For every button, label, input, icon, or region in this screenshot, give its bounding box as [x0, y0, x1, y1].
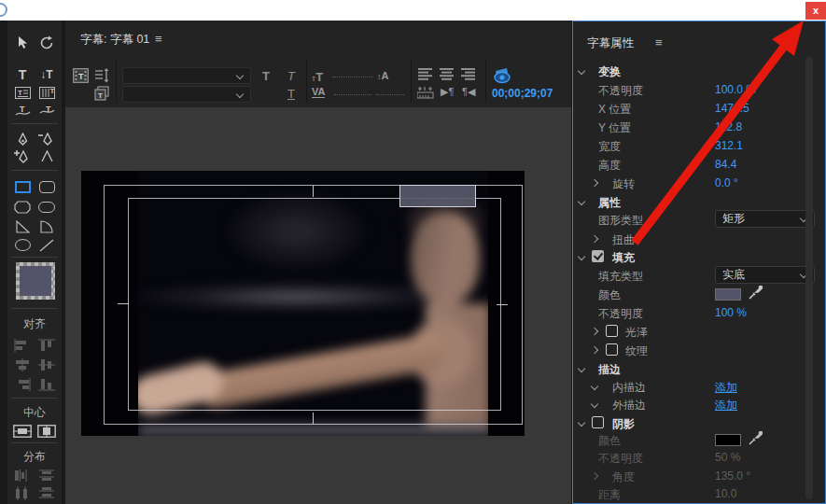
inner-stroke-add-link[interactable]: 添加	[715, 380, 737, 396]
panel-tab-title[interactable]: 字幕: 字幕 01	[80, 32, 149, 48]
opacity-value[interactable]: 100.0 %	[715, 83, 756, 96]
round-corner-rectangle-tool-icon[interactable]	[36, 198, 57, 216]
section-transform[interactable]: 变换	[573, 64, 825, 79]
templates-icon[interactable]: T	[94, 86, 111, 101]
sheen-checkbox[interactable]	[606, 325, 618, 337]
width-value[interactable]: 312.1	[715, 139, 743, 152]
section-attributes[interactable]: 属性	[573, 195, 825, 210]
y-position-value[interactable]: 112.8	[715, 120, 742, 133]
align-text-left-button[interactable]	[418, 68, 433, 80]
shadow-color-chip[interactable]	[715, 434, 741, 446]
row-sheen[interactable]: 光泽	[573, 325, 825, 340]
align-left-button[interactable]	[12, 336, 33, 354]
texture-checkbox[interactable]	[606, 343, 618, 356]
outer-stroke-add-link[interactable]: 添加	[715, 398, 737, 413]
distribute-bottom-button[interactable]	[36, 484, 57, 502]
arc-tool-icon[interactable]	[36, 217, 57, 235]
align-right-button[interactable]	[12, 375, 33, 393]
row-texture[interactable]: 纹理	[573, 343, 825, 358]
paragraph-ltr-icon[interactable]: ▶¶	[441, 86, 454, 98]
font-size-field[interactable]	[332, 77, 373, 77]
align-bottom-button[interactable]	[36, 375, 57, 393]
fill-color-chip[interactable]	[715, 288, 741, 301]
svg-text:T: T	[78, 72, 84, 81]
font-size-icon[interactable]: тT	[312, 68, 323, 85]
vertical-area-type-tool-icon[interactable]: T	[36, 84, 57, 102]
align-text-center-button[interactable]	[440, 68, 455, 80]
distribute-vertical-center-button[interactable]	[12, 484, 33, 502]
row-inner-stroke[interactable]: 内描边 添加	[573, 380, 825, 395]
shadow-checkbox[interactable]	[592, 416, 604, 428]
chevron-down-icon	[578, 198, 585, 205]
properties-menu-icon[interactable]: ≡	[655, 35, 663, 49]
vertical-path-type-tool-icon[interactable]: T	[36, 102, 57, 119]
center-horizontal-button[interactable]	[12, 422, 33, 440]
line-tool-icon[interactable]	[36, 236, 57, 254]
convert-anchor-tool-icon[interactable]	[36, 147, 57, 165]
row-outer-stroke[interactable]: 外描边 添加	[573, 398, 825, 413]
path-type-tool-icon[interactable]: T	[12, 102, 33, 119]
pen-tool-icon[interactable]	[12, 131, 33, 148]
row-rotation[interactable]: 旋转 0.0 °	[573, 176, 825, 191]
row-shadow-distance: 距离 10.0	[573, 487, 825, 502]
paragraph-rtl-icon[interactable]: ¶◀	[462, 86, 475, 98]
area-type-tool-icon[interactable]: T	[12, 84, 33, 102]
align-text-right-button[interactable]	[461, 68, 476, 80]
center-vertical-button[interactable]	[36, 422, 57, 440]
panel-menu-icon[interactable]: ≡	[155, 32, 162, 46]
chevron-right-icon	[591, 472, 598, 480]
selected-rectangle-object[interactable]	[399, 185, 476, 207]
svg-text:T: T	[18, 89, 22, 97]
row-distort[interactable]: 扭曲	[573, 232, 825, 247]
fill-color-swatch[interactable]	[16, 262, 55, 300]
clipped-corner-rectangle-tool-icon[interactable]	[12, 198, 33, 216]
fill-opacity-value[interactable]: 100 %	[715, 306, 747, 319]
align-top-button[interactable]	[36, 336, 57, 354]
wedge-tool-icon[interactable]	[12, 217, 33, 235]
fill-type-select[interactable]: 实底	[715, 266, 815, 284]
add-anchor-tool-icon[interactable]	[12, 147, 33, 165]
kerning-field[interactable]	[334, 94, 371, 95]
graphic-type-select[interactable]: 矩形	[715, 210, 815, 228]
close-button[interactable]: x	[805, 2, 826, 20]
properties-scrollbar[interactable]	[805, 57, 813, 499]
leading-icon[interactable]: ↕A	[377, 66, 388, 83]
ellipse-tool-icon[interactable]	[12, 236, 33, 254]
align-center-vertical-button[interactable]	[36, 356, 57, 373]
center-tick-right	[497, 304, 508, 305]
type-tool-icon[interactable]: T	[12, 65, 33, 83]
distribute-top-button[interactable]	[36, 467, 57, 484]
rounded-rectangle-tool-icon[interactable]	[36, 178, 57, 196]
font-family-select[interactable]	[122, 67, 251, 84]
font-style-select[interactable]	[122, 86, 251, 103]
delete-anchor-tool-icon[interactable]	[36, 131, 57, 148]
rotation-value[interactable]: 0.0 °	[715, 176, 738, 189]
section-fill[interactable]: 填充	[573, 250, 825, 265]
selection-tool-icon[interactable]	[12, 34, 33, 51]
align-center-horizontal-button[interactable]	[12, 356, 33, 373]
chevron-right-icon	[591, 235, 598, 243]
section-shadow[interactable]: 阴影	[573, 416, 825, 431]
fill-checkbox[interactable]	[592, 250, 604, 262]
show-background-video-icon[interactable]	[494, 67, 512, 84]
x-position-value[interactable]: 1476.5	[715, 102, 749, 115]
new-title-icon[interactable]: T	[73, 68, 89, 83]
underline-button[interactable]: T	[287, 87, 295, 101]
bold-button[interactable]: T	[262, 69, 270, 83]
eyedropper-icon[interactable]	[748, 431, 763, 446]
roll-crawl-options-icon[interactable]	[94, 68, 110, 83]
eyedropper-icon[interactable]	[748, 286, 763, 301]
center-section-label: 中心	[7, 405, 62, 421]
distribute-horizontal-button[interactable]	[12, 467, 33, 484]
height-value[interactable]: 84.4	[715, 158, 736, 171]
vertical-type-tool-icon[interactable]: ↓T	[36, 65, 57, 83]
rotation-tool-icon[interactable]	[36, 34, 57, 51]
background-video-timecode[interactable]: 00;00;29;07	[492, 87, 553, 100]
kerning-icon[interactable]: VA	[312, 86, 325, 98]
tracking-field[interactable]	[376, 94, 404, 95]
italic-button[interactable]: T	[287, 69, 295, 83]
tab-stops-icon[interactable]	[417, 87, 434, 99]
section-stroke[interactable]: 描边	[573, 362, 825, 377]
rectangle-tool-icon[interactable]	[12, 178, 33, 196]
divider	[11, 442, 58, 443]
